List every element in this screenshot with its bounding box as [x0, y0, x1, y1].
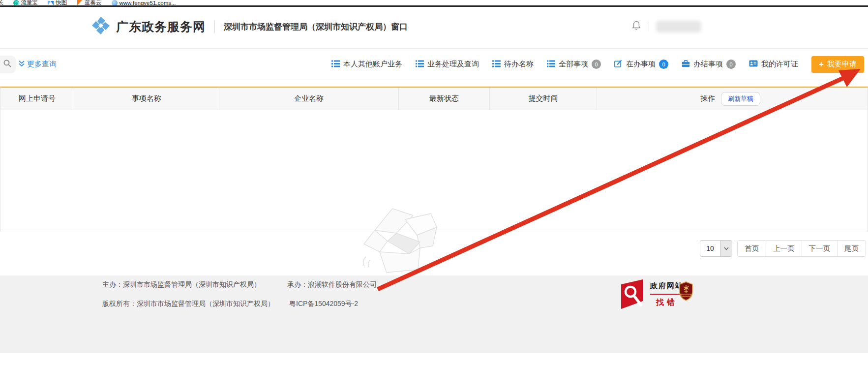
user-divider: [649, 22, 649, 31]
footer-host: 主办：深圳市市场监督管理局（深圳市知识产权局）: [102, 280, 261, 289]
briefcase-icon: [682, 60, 690, 69]
chevron-down-icon: [720, 241, 732, 256]
list-icon: [416, 60, 424, 69]
column-header-application-no: 网上申请号: [0, 88, 74, 110]
bookmark-item[interactable]: 长: [0, 0, 3, 6]
first-page-button[interactable]: 首页: [738, 241, 766, 256]
brand-title: 广东政务服务网: [116, 19, 206, 35]
nav-item-business-query[interactable]: 业务处理及查询: [416, 60, 479, 69]
nav-right-group: 本人其他账户业务 业务处理及查询: [331, 49, 864, 80]
applications-table: 网上申请号 事项名称 企业名称 最新状态 提交时间 操作 刷新草稿: [0, 87, 868, 232]
column-header-submit-time: 提交时间: [490, 88, 597, 110]
prev-page-button[interactable]: 上一页: [766, 241, 802, 256]
magnifier-flag-icon: [621, 279, 646, 312]
title-divider: [214, 20, 215, 33]
nav-item-label: 待办名称: [504, 60, 534, 69]
bell-icon[interactable]: [631, 20, 642, 33]
shield-emblem-icon[interactable]: [679, 281, 693, 303]
nav-item-in-progress[interactable]: 在办事项 0: [614, 60, 668, 69]
empty-box-icon: [358, 199, 442, 287]
liuliangbao-favicon: [13, 0, 19, 6]
bookmark-item[interactable]: 流量宝: [13, 0, 38, 6]
refresh-draft-button[interactable]: 刷新草稿: [721, 92, 760, 106]
more-query-label: 更多查询: [27, 60, 57, 69]
nav-item-other-account-business[interactable]: 本人其他账户业务: [331, 60, 402, 69]
nav-item-label: 在办事项: [626, 60, 656, 69]
bookmark-label: 快图: [56, 0, 67, 6]
count-badge: 0: [726, 60, 736, 69]
nav-item-my-licenses[interactable]: 我的许可证: [749, 60, 798, 69]
search-button[interactable]: [0, 56, 16, 73]
user-name-blurred[interactable]: [656, 21, 701, 32]
plus-icon: +: [819, 60, 824, 68]
brand-logo-icon: [91, 16, 110, 37]
actions-label: 操作: [700, 94, 715, 103]
kuaitu-favicon: [48, 0, 54, 6]
idcard-icon: [749, 60, 758, 68]
bookmark-label: 蓝奏云: [85, 0, 102, 6]
column-header-actions: 操作 刷新草稿: [597, 88, 868, 110]
column-header-latest-status: 最新状态: [399, 88, 490, 110]
column-header-company-name: 企业名称: [219, 88, 399, 110]
bookmark-label: www.fengye51.coms...: [120, 0, 176, 6]
more-query-link[interactable]: 更多查询: [19, 49, 57, 80]
nav-item-label: 我的许可证: [761, 60, 798, 69]
apply-button-label: 我要申请: [827, 60, 857, 69]
count-badge: 0: [659, 60, 668, 69]
lanzouyun-favicon: [77, 0, 83, 6]
nav-item-label: 本人其他账户业务: [343, 60, 402, 69]
page-size-value: 10: [700, 241, 720, 256]
bookmark-label: 流量宝: [21, 0, 38, 6]
nav-item-all-matters[interactable]: 全部事项 0: [547, 60, 601, 69]
pagination: 10 首页 上一页 下一页 尾页: [700, 240, 866, 257]
site-header: 广东政务服务网 深圳市市场监督管理局（深圳市知识产权局）窗口: [0, 8, 868, 45]
page-size-select[interactable]: 10: [700, 240, 732, 257]
search-icon: [3, 59, 12, 70]
last-page-button[interactable]: 尾页: [837, 241, 866, 256]
footer-undertake: 承办：浪潮软件股份有限公司: [287, 280, 377, 289]
browser-bookmarks-bar: 长 流量宝 快图 蓝奏云 www.fengye51.coms...: [0, 0, 868, 7]
bookmark-item[interactable]: 快图: [48, 0, 67, 6]
gov-site-find-error-badge[interactable]: 政府网站 找错: [621, 279, 684, 312]
count-badge: 0: [592, 60, 601, 69]
nav-item-completed[interactable]: 办结事项 0: [682, 60, 736, 69]
next-page-button[interactable]: 下一页: [802, 241, 838, 256]
globe-favicon: [112, 0, 118, 6]
footer-text: 主办：深圳市市场监督管理局（深圳市知识产权局） 承办：浪潮软件股份有限公司 版权…: [102, 280, 377, 319]
edit-icon: [614, 60, 623, 69]
nav-item-label: 办结事项: [693, 60, 723, 69]
table-header-row: 网上申请号 事项名称 企业名称 最新状态 提交时间 操作 刷新草稿: [0, 88, 868, 110]
bookmark-item[interactable]: 蓝奏云: [77, 0, 102, 6]
page: 长 流量宝 快图 蓝奏云 www.fengye51.coms...: [0, 0, 868, 366]
double-chevron-down-icon: [19, 60, 25, 68]
footer-copyright: 版权所有：深圳市市场监督管理局（深圳市知识产权局）: [102, 300, 274, 308]
footer-icp: 粤ICP备15042059号-2: [289, 300, 358, 308]
list-icon: [331, 60, 340, 69]
page-footer: 主办：深圳市市场监督管理局（深圳市知识产权局） 承办：浪潮软件股份有限公司 版权…: [0, 275, 868, 353]
window-title: 深圳市市场监督管理局（深圳市知识产权局）窗口: [224, 21, 408, 32]
nav-item-label: 全部事项: [559, 60, 588, 69]
list-icon: [547, 60, 555, 69]
list-icon: [492, 60, 501, 69]
toolbar-nav: 更多查询 本人其他账户业务: [0, 48, 868, 80]
column-header-matter-name: 事项名称: [74, 88, 219, 110]
pager-buttons: 首页 上一页 下一页 尾页: [737, 240, 866, 257]
apply-button[interactable]: + 我要申请: [811, 56, 864, 73]
nav-item-label: 业务处理及查询: [427, 60, 479, 69]
nav-item-todo-name[interactable]: 待办名称: [492, 60, 534, 69]
bookmark-item[interactable]: www.fengye51.coms...: [112, 0, 176, 6]
header-user-area: [631, 20, 701, 33]
brand[interactable]: 广东政务服务网: [91, 16, 206, 37]
